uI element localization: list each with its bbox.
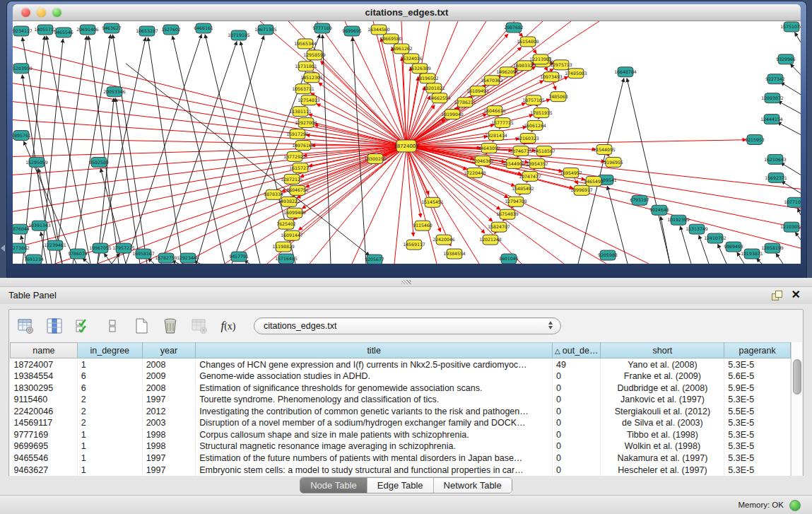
graph-node[interactable]: 9205677 — [365, 255, 384, 264]
graph-node[interactable]: 9592589 — [89, 157, 109, 167]
graph-node[interactable]: 12927004 — [295, 118, 317, 128]
table-row[interactable]: 911546021997Tourette syndrome. Phenomeno… — [11, 394, 791, 406]
graph-node[interactable]: 5878334 — [264, 189, 283, 199]
black-edge[interactable] — [22, 75, 52, 264]
table-cell[interactable]: Estimation of significance thresholds fo… — [196, 382, 553, 394]
table-cell[interactable]: 0 — [553, 382, 601, 394]
graph-node[interactable]: 16157277 — [289, 163, 312, 173]
graph-node[interactable]: 22046362 — [471, 156, 494, 165]
graph-node[interactable]: 13772922 — [283, 151, 306, 161]
black-edge[interactable] — [776, 253, 783, 264]
column-header-in_degree[interactable]: in_degree — [77, 343, 142, 358]
memory-ok-icon[interactable] — [789, 500, 801, 511]
graph-node[interactable]: 18196502 — [416, 74, 439, 83]
red-edge[interactable] — [297, 146, 406, 198]
graph-node[interactable]: 19565344 — [294, 39, 317, 49]
graph-node[interactable]: 11731801 — [295, 62, 317, 71]
graph-node[interactable]: 12923446 — [177, 253, 199, 263]
network-window-titlebar[interactable]: citations_edges.txt — [13, 4, 801, 21]
tab-node-table[interactable]: Node Table — [300, 478, 367, 493]
table-cell[interactable]: Franke et al. (2009) — [601, 370, 724, 382]
graph-node[interactable]: 16954957 — [560, 168, 582, 177]
table-row[interactable]: 946362711997Embryonic stem cells: a mode… — [11, 464, 791, 476]
graph-node[interactable]: 25203959 — [13, 64, 33, 74]
graph-node[interactable]: 15295059 — [25, 157, 48, 167]
graph-node[interactable]: 9115460 — [413, 221, 433, 230]
table-row[interactable]: 977716911998Corpus callosum shape and si… — [11, 429, 791, 441]
table-cell[interactable]: Stergiakouli et al. (2012) — [601, 406, 724, 418]
table-cell[interactable]: Yano et al. (2008) — [601, 358, 724, 370]
column-header-year[interactable]: year — [142, 343, 196, 358]
table-cell[interactable]: 5.3E-5 — [724, 358, 791, 370]
graph-node[interactable]: 11198829 — [272, 242, 295, 252]
graph-node[interactable]: 14662554 — [428, 93, 451, 103]
graph-node[interactable]: 15485492 — [512, 184, 534, 194]
column-header-pagerank[interactable]: pagerank — [724, 343, 791, 358]
table-row[interactable]: 1872400712008Changes of HCN gene express… — [11, 358, 791, 370]
vertical-scrollbar[interactable] — [791, 342, 802, 476]
graph-node[interactable]: 18300295 — [364, 153, 387, 163]
table-cell[interactable]: Hescheler et al. (1997) — [601, 464, 724, 476]
graph-node[interactable]: 9777169 — [312, 23, 332, 33]
graph-node[interactable]: 9989493 — [724, 242, 743, 252]
red-edge[interactable] — [13, 146, 406, 211]
graph-node[interactable]: 9699695 — [342, 26, 362, 36]
black-edge[interactable] — [88, 36, 119, 264]
graph-node[interactable]: 16210643 — [764, 154, 787, 164]
table-cell[interactable]: 1998 — [142, 429, 196, 441]
table-cell[interactable]: 5.3E-5 — [724, 452, 791, 465]
show-column-icon[interactable] — [45, 317, 64, 335]
table-cell[interactable]: 0 — [553, 452, 601, 465]
graph-node[interactable]: 17851935 — [530, 108, 553, 118]
table-cell[interactable]: 1997 — [142, 394, 196, 406]
graph-node[interactable]: 12754813 — [298, 95, 320, 105]
table-cell[interactable]: 9465546 — [11, 452, 78, 465]
red-edge[interactable] — [406, 146, 801, 228]
table-cell[interactable]: 22420046 — [11, 406, 78, 418]
red-edge[interactable] — [290, 146, 406, 241]
graph-node[interactable]: 7691234 — [24, 255, 44, 264]
graph-node[interactable]: 10391343 — [28, 221, 51, 230]
tab-edge-table[interactable]: Edge Table — [367, 478, 434, 493]
graph-node[interactable]: 12058199 — [761, 243, 784, 253]
graph-node[interactable]: 9024648 — [649, 205, 669, 215]
table-cell[interactable]: Tourette syndrome. Phenomenology and cla… — [196, 394, 553, 406]
graph-node[interactable]: 7625402 — [276, 219, 296, 229]
graph-node[interactable]: 16648784 — [614, 67, 637, 77]
table-cell[interactable]: Dudbridge et al. (2008) — [601, 382, 724, 394]
red-edge[interactable] — [302, 146, 406, 209]
table-cell[interactable]: Embryonic stem cells: a model to study s… — [196, 464, 553, 476]
graph-node[interactable]: 13281414 — [485, 131, 507, 141]
table-cell[interactable]: Nakamura et al. (1997) — [601, 452, 724, 465]
black-edge[interactable] — [795, 33, 801, 42]
splitter-grip-icon[interactable] — [401, 280, 411, 284]
graph-node[interactable]: 15145451 — [421, 197, 444, 207]
graph-node[interactable]: 19384554 — [443, 249, 466, 259]
graph-node[interactable]: 10771055 — [784, 197, 801, 207]
graph-node[interactable]: 14055712 — [34, 25, 57, 35]
network-canvas[interactable]: 1923411714055712946554620691406946362710… — [13, 21, 801, 264]
graph-node[interactable]: 13954357 — [526, 158, 548, 168]
red-edge[interactable] — [406, 115, 533, 146]
graph-node[interactable]: 10967055 — [89, 243, 112, 253]
table-cell[interactable]: 49 — [553, 358, 601, 370]
table-cell[interactable]: Disruption of a novel member of a sodium… — [196, 417, 553, 429]
black-edge[interactable] — [578, 78, 624, 264]
graph-node[interactable]: 14518567 — [533, 146, 555, 156]
table-cell[interactable]: Changes of HCN gene expression and I(f) … — [196, 358, 553, 370]
table-cell[interactable]: 2 — [77, 406, 142, 418]
black-edge[interactable] — [795, 232, 801, 240]
graph-node[interactable]: 15917295 — [286, 129, 309, 139]
graph-node[interactable]: 14976160 — [292, 141, 314, 151]
table-cell[interactable]: 2 — [77, 417, 142, 429]
table-cell[interactable]: 2012 — [142, 406, 196, 418]
table-cell[interactable]: 2008 — [142, 358, 196, 370]
graph-node[interactable]: 16061264 — [524, 121, 546, 131]
table-cell[interactable]: 9777169 — [11, 429, 78, 441]
graph-node[interactable]: 9876044 — [13, 224, 30, 234]
graph-node[interactable]: 10996917 — [570, 185, 593, 195]
graph-node[interactable]: 6793197 — [630, 195, 649, 205]
red-edge[interactable] — [406, 47, 522, 146]
graph-node[interactable]: 11313749 — [686, 224, 708, 234]
graph-node[interactable]: 17220448 — [464, 168, 486, 177]
